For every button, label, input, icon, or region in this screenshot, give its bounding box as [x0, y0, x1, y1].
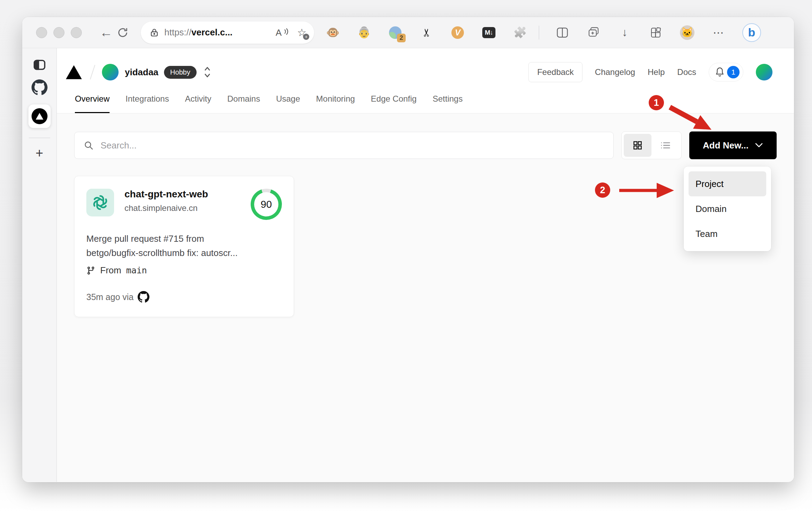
github-tab-icon[interactable]: [32, 79, 47, 95]
score-gauge[interactable]: 90: [251, 189, 282, 220]
commit-message: Merge pull request #715 from betgo/bugfi…: [86, 232, 282, 260]
split-screen-icon[interactable]: [555, 25, 570, 40]
extension-badge: 2: [397, 34, 406, 42]
bell-icon: [715, 67, 725, 78]
branch-name: main: [126, 265, 147, 275]
github-icon: [138, 291, 149, 303]
window-controls: [36, 27, 82, 38]
sidebar-divider: [29, 138, 50, 138]
url-host: vercel.c...: [191, 27, 233, 38]
annotation-step-2-badge: 2: [595, 182, 610, 198]
browser-window: ← https://vercel.c... A ☆ +: [22, 17, 794, 482]
v-extension-icon[interactable]: V: [451, 26, 465, 40]
team-avatar[interactable]: [102, 64, 119, 80]
tab-domains[interactable]: Domains: [227, 94, 260, 113]
svg-text:A: A: [276, 27, 282, 38]
profile-avatar[interactable]: 🐱: [680, 25, 694, 40]
add-new-button[interactable]: Add New...: [689, 131, 777, 159]
workspaces-icon[interactable]: [649, 25, 663, 40]
branch-prefix: From: [100, 265, 121, 276]
grid-view-button[interactable]: [624, 134, 651, 157]
favorites-star-icon[interactable]: ☆ +: [297, 26, 306, 39]
tab-settings[interactable]: Settings: [433, 94, 463, 113]
menu-item-team[interactable]: Team: [689, 221, 766, 246]
browser-toolbar: ← https://vercel.c... A ☆ +: [22, 17, 794, 48]
lock-icon: [150, 28, 159, 37]
vercel-nav-tabs: Overview Integrations Activity Domains U…: [57, 88, 794, 113]
plan-badge: Hobby: [164, 66, 197, 79]
close-window-button[interactable]: [36, 27, 47, 38]
project-search[interactable]: [74, 132, 614, 159]
overview-content: Add New... Project Domain Team: [57, 113, 794, 482]
read-aloud-icon[interactable]: A: [275, 27, 289, 39]
project-name[interactable]: chat-gpt-next-web: [124, 189, 208, 200]
downloads-icon[interactable]: ↓: [617, 25, 632, 40]
vercel-logo[interactable]: [66, 65, 82, 79]
tampermonkey-extension-icon[interactable]: 🐵: [326, 26, 340, 40]
project-domain[interactable]: chat.simplenaive.cn: [124, 203, 208, 213]
changelog-link[interactable]: Changelog: [595, 67, 635, 77]
zoom-window-button[interactable]: [71, 27, 82, 38]
tab-overview[interactable]: Overview: [75, 94, 110, 113]
new-tab-icon[interactable]: +: [35, 146, 43, 161]
tab-activity[interactable]: Activity: [185, 94, 211, 113]
project-logo: [86, 189, 114, 216]
active-tab-vercel[interactable]: [28, 104, 51, 128]
address-bar[interactable]: https://vercel.c... A ☆ +: [141, 22, 314, 44]
tab-integrations[interactable]: Integrations: [126, 94, 169, 113]
git-branch-icon: [86, 266, 95, 275]
deploy-meta: 35m ago via: [86, 292, 133, 302]
add-new-label: Add New...: [703, 140, 749, 151]
help-link[interactable]: Help: [648, 67, 665, 77]
chevron-down-icon: [755, 143, 763, 148]
grid-view-icon: [632, 140, 643, 151]
user-avatar[interactable]: [756, 64, 772, 80]
notifications-button[interactable]: 1: [709, 63, 743, 82]
vercel-header: yidadaa Hobby Feedback Changelog Help Do…: [57, 48, 794, 88]
scissors-extension-icon[interactable]: ✂: [420, 26, 433, 40]
project-card[interactable]: chat-gpt-next-web chat.simplenaive.cn 90…: [74, 176, 294, 317]
colorwheel-extension-icon[interactable]: 2: [388, 26, 402, 40]
list-view-button[interactable]: [651, 134, 679, 157]
feedback-button[interactable]: Feedback: [528, 62, 582, 82]
minimize-window-button[interactable]: [53, 27, 64, 38]
view-toggle: [621, 131, 682, 159]
url-scheme: https://: [164, 27, 191, 38]
menu-item-domain[interactable]: Domain: [689, 196, 766, 221]
search-input[interactable]: [101, 140, 604, 151]
vercel-page: yidadaa Hobby Feedback Changelog Help Do…: [57, 48, 794, 482]
annotation-step-1-badge: 1: [649, 95, 664, 110]
team-switcher-icon[interactable]: [203, 66, 212, 78]
tab-monitoring[interactable]: Monitoring: [316, 94, 355, 113]
v-icon: V: [451, 26, 464, 39]
vercel-favicon: [32, 108, 47, 124]
docs-link[interactable]: Docs: [677, 67, 696, 77]
tab-edge-config[interactable]: Edge Config: [371, 94, 417, 113]
menu-item-project[interactable]: Project: [689, 171, 766, 196]
tab-usage[interactable]: Usage: [276, 94, 300, 113]
toggle-sidebar-icon[interactable]: [33, 59, 46, 70]
markdown-extension-icon[interactable]: M↓: [482, 26, 496, 40]
breadcrumb-slash: [90, 65, 95, 79]
score-value: 90: [261, 199, 272, 210]
team-name[interactable]: yidadaa: [125, 67, 158, 78]
extension-icons: 🐵 👵 2 ✂ V M↓ 🧩: [326, 26, 527, 40]
reload-icon[interactable]: [114, 27, 131, 39]
settings-more-icon[interactable]: ⋯: [711, 25, 726, 40]
vertical-tabs-sidebar: +: [22, 48, 57, 482]
back-icon[interactable]: ←: [98, 25, 114, 40]
notification-count-badge: 1: [727, 66, 740, 78]
collections-icon[interactable]: [586, 25, 601, 40]
add-new-dropdown: Project Domain Team: [684, 167, 771, 251]
list-view-icon: [660, 140, 671, 151]
extensions-puzzle-icon[interactable]: 🧩: [513, 26, 527, 40]
bing-chat-icon[interactable]: b: [742, 23, 761, 42]
toolbar-divider: [539, 26, 539, 40]
search-icon: [84, 140, 94, 151]
avatar-extension-icon[interactable]: 👵: [357, 26, 371, 40]
openai-logo-icon: [91, 194, 109, 212]
markdown-icon: M↓: [482, 27, 495, 38]
